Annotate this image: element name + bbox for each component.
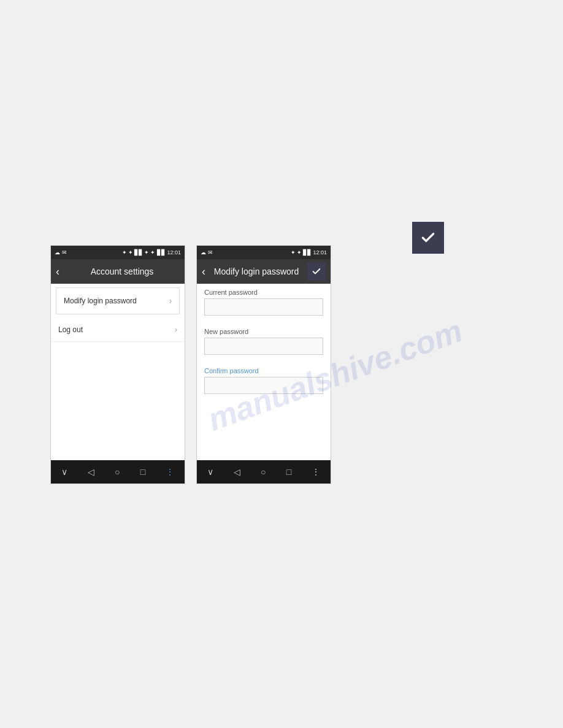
screen1-status-bar: ☁ ✉ ✦ ✦ ▊▊ ✦ ✦ ▊▊ 12:01 [51,246,185,259]
screen2-nav-home[interactable]: ○ [256,464,270,479]
current-password-section: Current password [197,284,331,323]
screen1-cloud-icon: ☁ [55,249,60,256]
screen2-cloud-icon: ☁ [201,249,206,256]
screens-container: ☁ ✉ ✦ ✦ ▊▊ ✦ ✦ ▊▊ 12:01 ‹ Account settin… [50,245,331,484]
modify-password-arrow-icon: › [169,297,172,305]
screen2-wifi-icon: ✦ [297,249,302,256]
screen2-confirm-button[interactable] [307,262,326,281]
screen2-status-bar: ☁ ✉ ✦ ✦ ▊▊ 12:01 [197,246,331,259]
screen1-app-bar: ‹ Account settings [51,259,185,284]
current-password-input[interactable] [204,298,323,316]
new-password-label: New password [204,328,323,335]
confirm-password-input[interactable] [204,377,323,394]
screen1-title: Account settings [64,267,180,276]
screen1-signal-icon: ▊▊ [134,249,143,256]
screen2-check-icon [312,267,321,276]
new-password-input[interactable] [204,338,323,355]
screen2-bt-icon: ✦ [291,249,296,256]
new-password-section: New password [197,323,331,362]
screen2-nav-bar: ∨ ◁ ○ □ ⋮ [197,460,331,483]
logout-label: Log out [58,325,83,334]
screen2-nav-back[interactable]: ◁ [229,464,245,479]
screen1-wifi-icon: ✦ [128,249,133,256]
screen1-nav-bar: ∨ ◁ ○ □ ⋮ [51,460,185,483]
floating-check-button[interactable] [412,222,444,254]
check-icon [420,230,436,246]
modify-login-password-item[interactable]: Modify login password › [56,287,180,314]
screen1-nav-back[interactable]: ◁ [83,464,99,479]
screen2-msg-icon: ✉ [208,249,213,256]
confirm-password-section: Confirm password [197,362,331,401]
current-password-label: Current password [204,289,323,296]
screen1-msg-icon: ✉ [62,249,67,256]
screen2-content: Current password New password Confirm pa… [197,284,331,460]
screen1-bt-icon: ✦ [122,249,127,256]
screen1-back-button[interactable]: ‹ [56,265,59,278]
screen1-nav-recent[interactable]: □ [136,464,150,479]
screen1-nav-menu[interactable]: ⋮ [161,464,179,479]
screen2-title: Modify login password [210,267,302,276]
logout-item[interactable]: Log out › [51,318,185,342]
screen1-time: ✦ ✦ ▊▊ 12:01 [144,249,181,256]
screen1-nav-home[interactable]: ○ [110,464,124,479]
screen2-back-button[interactable]: ‹ [202,265,205,278]
screen2-signal-icon: ▊▊ [303,249,312,256]
screen1-content: Modify login password › Log out › [51,284,185,460]
screen2-time: 12:01 [313,249,327,256]
screen1-status-left: ☁ ✉ [55,249,67,256]
screen1-nav-down[interactable]: ∨ [56,464,72,479]
screen2-nav-menu[interactable]: ⋮ [307,464,325,479]
screen1: ☁ ✉ ✦ ✦ ▊▊ ✦ ✦ ▊▊ 12:01 ‹ Account settin… [50,245,185,484]
screen2: ☁ ✉ ✦ ✦ ▊▊ 12:01 ‹ Modify login password [196,245,331,484]
screen2-status-left: ☁ ✉ [201,249,213,256]
screen1-status-right: ✦ ✦ ▊▊ ✦ ✦ ▊▊ 12:01 [122,249,181,256]
modify-login-password-label: Modify login password [64,297,137,305]
screen2-status-right: ✦ ✦ ▊▊ 12:01 [291,249,327,256]
logout-arrow-icon: › [175,325,177,334]
screen2-nav-down[interactable]: ∨ [202,464,218,479]
screen2-app-bar: ‹ Modify login password [197,259,331,284]
confirm-password-label: Confirm password [204,367,323,374]
screen2-nav-recent[interactable]: □ [282,464,296,479]
